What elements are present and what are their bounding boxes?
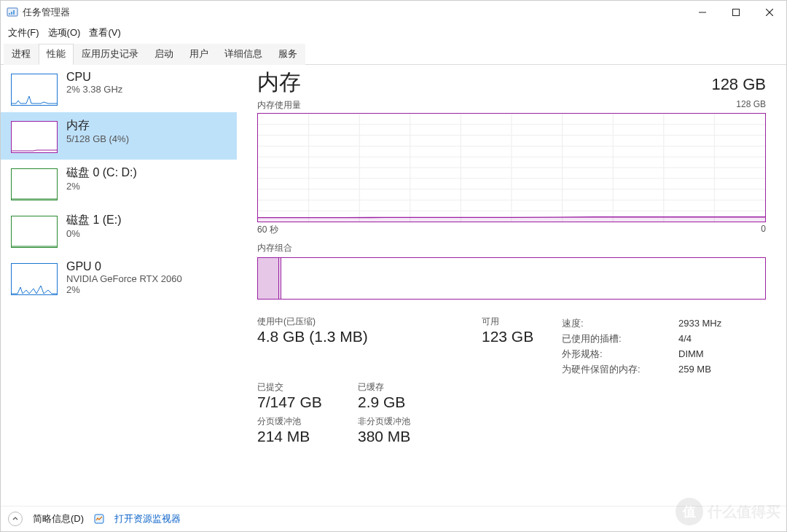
sidebar-item-sub: 2%: [66, 181, 137, 192]
menubar: 文件(F) 选项(O) 查看(V): [1, 24, 786, 43]
usage-chart: [257, 113, 766, 222]
form-label: 外形规格:: [562, 348, 603, 359]
sidebar-item-label: 磁盘 1 (E:): [66, 213, 122, 228]
svg-rect-5: [733, 9, 740, 16]
app-icon: [7, 7, 18, 18]
sidebar-item-sub2: 2%: [66, 284, 182, 295]
svg-rect-1: [9, 13, 10, 15]
detail-pane: 内存 128 GB 内存使用量 128 GB: [237, 65, 786, 509]
tabstrip: 进程 性能 应用历史记录 启动 用户 详细信息 服务: [1, 43, 786, 65]
in-use-value: 4.8 GB (1.3 MB): [257, 328, 482, 345]
sidebar-item-sub: 5/128 GB (4%): [66, 133, 129, 144]
sidebar-item-cpu[interactable]: CPU 2% 3.38 GHz: [1, 65, 237, 112]
svg-rect-2: [11, 12, 12, 15]
nonpaged-label: 非分页缓冲池: [358, 415, 482, 428]
sidebar-item-label: CPU: [66, 71, 122, 84]
minimize-button[interactable]: [686, 1, 719, 24]
sidebar-item-gpu0[interactable]: GPU 0 NVIDIA GeForce RTX 2060 2%: [1, 254, 237, 302]
sidebar-item-sub: 0%: [66, 228, 122, 239]
sidebar-item-label: GPU 0: [66, 260, 182, 273]
tab-performance[interactable]: 性能: [39, 44, 74, 65]
usage-chart-max-label: 128 GB: [736, 99, 766, 112]
sidebar-item-label: 磁盘 0 (C: D:): [66, 165, 137, 181]
reserved-label: 为硬件保留的内存:: [562, 364, 641, 375]
cpu-thumb: [11, 74, 58, 106]
in-use-label: 使用中(已压缩): [257, 316, 482, 328]
gpu0-thumb: [11, 263, 58, 295]
sidebar-item-label: 内存: [66, 118, 129, 133]
axis-left: 60 秒: [257, 224, 278, 236]
performance-sidebar: CPU 2% 3.38 GHz 内存 5/128 GB (4%) 磁盘: [1, 65, 237, 509]
sidebar-item-memory[interactable]: 内存 5/128 GB (4%): [1, 112, 237, 160]
composition-label: 内存组合: [257, 242, 766, 254]
axis-right: 0: [761, 224, 766, 236]
tab-startup[interactable]: 启动: [146, 44, 181, 65]
tab-users[interactable]: 用户: [181, 44, 216, 65]
svg-rect-3: [13, 10, 15, 15]
close-button[interactable]: [753, 1, 786, 24]
sidebar-item-disk1[interactable]: 磁盘 1 (E:) 0%: [1, 207, 237, 254]
detail-title: 内存: [257, 68, 301, 98]
titlebar: 任务管理器: [1, 1, 786, 24]
open-resource-monitor-link[interactable]: 打开资源监视器: [114, 512, 181, 525]
committed-value: 7/147 GB: [257, 394, 358, 411]
slots-value: 4/4: [678, 331, 766, 346]
tab-details[interactable]: 详细信息: [216, 44, 270, 65]
window-title: 任务管理器: [23, 6, 70, 19]
speed-value: 2933 MHz: [678, 316, 766, 331]
available-value: 123 GB: [482, 328, 562, 345]
tab-processes[interactable]: 进程: [4, 44, 39, 65]
usage-chart-label: 内存使用量: [257, 99, 301, 112]
sidebar-item-sub: 2% 3.38 GHz: [66, 84, 122, 95]
detail-capacity: 128 GB: [711, 75, 766, 94]
menu-view[interactable]: 查看(V): [86, 26, 123, 40]
available-label: 可用: [482, 316, 562, 328]
cached-label: 已缓存: [358, 381, 482, 394]
menu-options[interactable]: 选项(O): [45, 26, 84, 40]
maximize-button[interactable]: [719, 1, 753, 24]
svg-rect-26: [95, 515, 103, 523]
footer: 简略信息(D) 打开资源监视器: [1, 506, 786, 531]
resource-monitor-icon: [94, 514, 104, 524]
sidebar-item-disk0[interactable]: 磁盘 0 (C: D:) 2%: [1, 160, 237, 207]
menu-file[interactable]: 文件(F): [5, 26, 42, 40]
composition-chart: [257, 257, 766, 300]
committed-label: 已提交: [257, 381, 358, 394]
cached-value: 2.9 GB: [358, 394, 482, 411]
speed-label: 速度:: [562, 318, 584, 329]
fewer-details-link[interactable]: 简略信息(D): [33, 512, 84, 525]
chevron-up-icon[interactable]: [8, 512, 23, 526]
disk1-thumb: [11, 216, 58, 248]
paged-label: 分页缓冲池: [257, 415, 358, 428]
tab-app-history[interactable]: 应用历史记录: [74, 44, 146, 65]
nonpaged-value: 380 MB: [358, 428, 482, 445]
slots-label: 已使用的插槽:: [562, 333, 622, 344]
memory-thumb: [11, 121, 58, 153]
reserved-value: 259 MB: [678, 361, 766, 377]
sidebar-item-sub: NVIDIA GeForce RTX 2060: [66, 273, 182, 284]
disk0-thumb: [11, 168, 58, 200]
tab-services[interactable]: 服务: [270, 44, 305, 65]
paged-value: 214 MB: [257, 428, 358, 445]
form-value: DIMM: [678, 346, 766, 361]
